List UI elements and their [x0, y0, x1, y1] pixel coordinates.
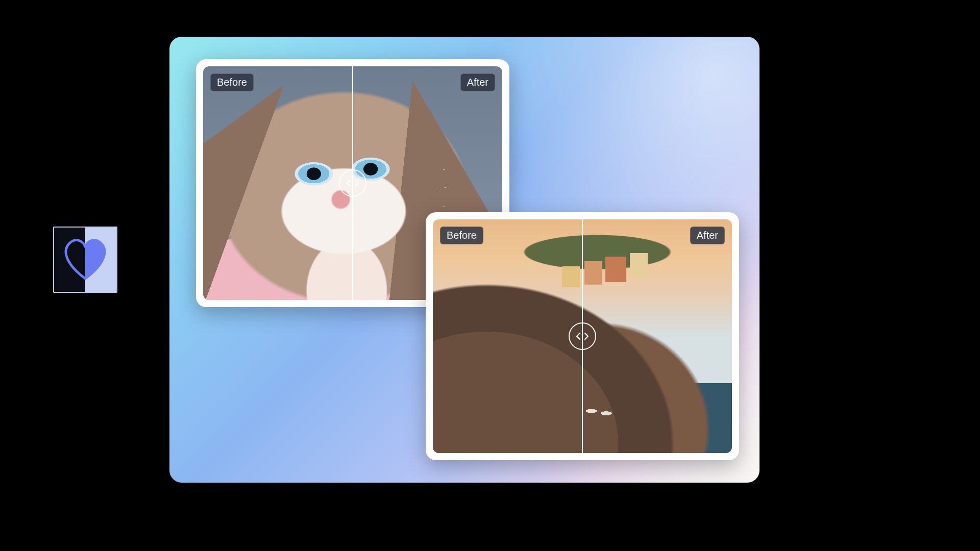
chevron-left-icon	[576, 333, 581, 340]
comparison-slider-handle[interactable]	[339, 169, 366, 197]
before-badge: Before	[210, 73, 254, 91]
chevron-left-icon	[346, 180, 351, 187]
app-icon	[53, 227, 117, 293]
image-after	[582, 219, 732, 453]
hero-panel: Before After Before After	[169, 37, 760, 483]
chevron-right-icon	[354, 180, 359, 187]
after-badge: After	[460, 73, 495, 91]
heart-icon	[54, 228, 116, 290]
before-badge: Before	[440, 227, 483, 244]
comparison-slider-handle[interactable]	[569, 322, 596, 350]
chevron-right-icon	[584, 333, 589, 340]
comparison-card-coast: Before After	[426, 212, 739, 460]
after-badge: After	[690, 227, 725, 244]
comparison-viewport: Before After	[433, 219, 732, 453]
